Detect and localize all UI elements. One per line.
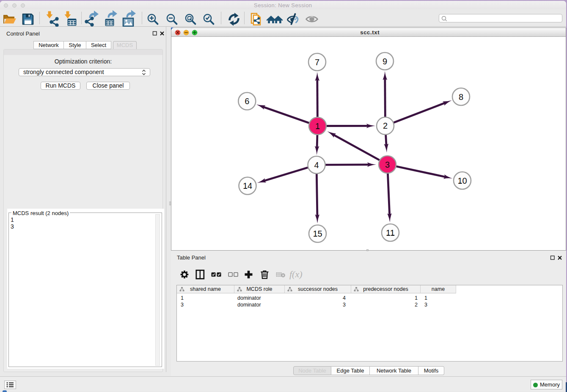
svg-text:9: 9 — [383, 57, 387, 66]
svg-text:4: 4 — [314, 160, 319, 170]
svg-text:6: 6 — [245, 97, 249, 106]
svg-text:10: 10 — [457, 176, 467, 185]
svg-text:8: 8 — [459, 92, 463, 102]
svg-text:1: 1 — [315, 121, 320, 131]
svg-text:15: 15 — [313, 229, 322, 238]
svg-text:7: 7 — [315, 58, 319, 67]
svg-text:14: 14 — [243, 181, 252, 190]
svg-text:2: 2 — [383, 121, 388, 130]
svg-text:3: 3 — [385, 160, 390, 169]
svg-text:11: 11 — [386, 228, 395, 237]
svg-text:f(x): f(x) — [289, 269, 303, 279]
